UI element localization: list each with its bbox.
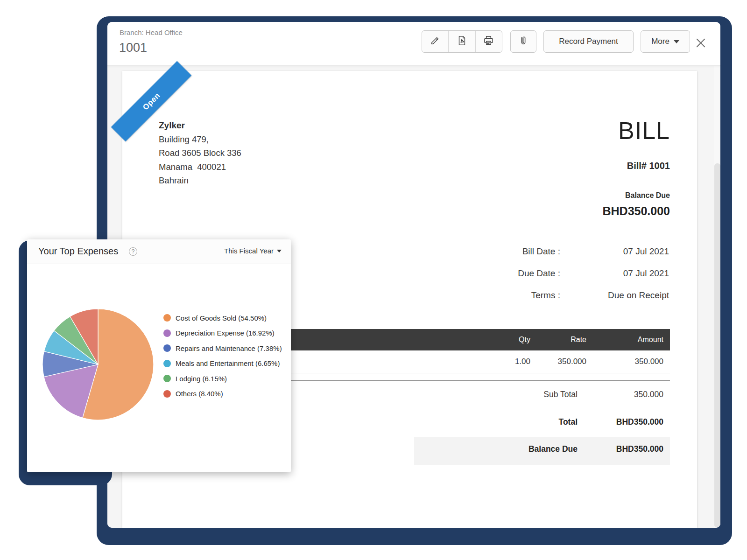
rate-column-header: Rate bbox=[530, 336, 586, 344]
pencil-icon bbox=[430, 35, 440, 48]
pdf-icon bbox=[457, 35, 467, 48]
pie-legend: Cost of Goods Sold (54.50%) Depreciation… bbox=[163, 313, 282, 399]
more-label: More bbox=[651, 37, 669, 46]
sub-total-value: 350.000 bbox=[634, 390, 663, 399]
legend-swatch bbox=[163, 390, 171, 398]
balance-row-value: BHD350.000 bbox=[616, 444, 663, 454]
amount-column-header: Amount bbox=[586, 336, 663, 344]
rate-cell: 350.000 bbox=[530, 357, 586, 366]
print-button[interactable] bbox=[475, 31, 502, 52]
balance-due-row: Balance Due BHD350.000 bbox=[414, 437, 670, 465]
chevron-down-icon bbox=[674, 40, 679, 43]
record-payment-label: Record Payment bbox=[559, 37, 618, 46]
due-date-value: 07 Jul 2021 bbox=[623, 268, 669, 279]
page: { "theme": { "panel": "#223c63", "ribbon… bbox=[0, 0, 747, 560]
balance-due-label: Balance Due bbox=[625, 191, 670, 200]
terms-label: Terms : bbox=[531, 290, 560, 301]
vendor-name: Zylker bbox=[159, 120, 185, 130]
printer-icon bbox=[483, 35, 494, 48]
edit-button[interactable] bbox=[422, 31, 448, 52]
legend-swatch bbox=[163, 329, 171, 337]
vendor-address: Building 479, Road 3605 Block 336 Manama… bbox=[159, 134, 241, 186]
close-button[interactable] bbox=[694, 36, 707, 49]
legend-item[interactable]: Cost of Goods Sold (54.50%) bbox=[163, 313, 282, 322]
export-pdf-button[interactable] bbox=[448, 31, 475, 52]
terms-row: Terms : Due on Receipt bbox=[309, 290, 669, 303]
qty-cell: 1.00 bbox=[474, 357, 530, 366]
due-date-row: Due Date : 07 Jul 2021 bbox=[309, 268, 669, 281]
total-label: Total bbox=[558, 417, 578, 427]
balance-row-label: Balance Due bbox=[529, 444, 578, 454]
more-button[interactable]: More bbox=[641, 30, 690, 53]
legend-swatch bbox=[163, 360, 171, 367]
bill-number: Bill# 1001 bbox=[627, 161, 670, 171]
legend-swatch bbox=[163, 375, 171, 382]
window-header: Branch: Head Office 1001 bbox=[107, 22, 720, 66]
legend-label: Cost of Goods Sold (54.50%) bbox=[176, 314, 267, 322]
bill-date-label: Bill Date : bbox=[522, 246, 560, 257]
paperclip-icon bbox=[518, 35, 529, 48]
widget-title: Your Top Expenses bbox=[38, 246, 118, 257]
total-value: BHD350.000 bbox=[616, 417, 663, 427]
terms-value: Due on Receipt bbox=[608, 290, 669, 301]
legend-item[interactable]: Others (8.40%) bbox=[163, 389, 282, 399]
balance-due-amount: BHD350.000 bbox=[602, 204, 670, 218]
legend-label: Repairs and Maintenance (7.38%) bbox=[176, 344, 282, 352]
amount-cell: 350.000 bbox=[586, 357, 663, 366]
legend-label: Others (8.40%) bbox=[176, 390, 223, 398]
record-payment-button[interactable]: Record Payment bbox=[543, 30, 634, 53]
vendor-address-block: Zylker Building 479, Road 3605 Block 336… bbox=[159, 119, 241, 188]
close-icon bbox=[694, 43, 707, 51]
bill-date-value: 07 Jul 2021 bbox=[623, 246, 669, 257]
chevron-down-icon bbox=[277, 250, 282, 252]
help-glyph: ? bbox=[132, 248, 135, 255]
legend-label: Depreciation Expense (16.92%) bbox=[176, 329, 275, 337]
legend-item[interactable]: Meals and Entertainment (6.65%) bbox=[163, 359, 282, 368]
qty-column-header: Qty bbox=[474, 336, 530, 344]
widget-header: Your Top Expenses ? This Fiscal Year bbox=[27, 239, 291, 264]
legend-label: Meals and Entertainment (6.65%) bbox=[176, 359, 280, 367]
attachments-button[interactable] bbox=[510, 30, 536, 53]
period-label: This Fiscal Year bbox=[224, 247, 274, 255]
legend-swatch bbox=[163, 314, 171, 322]
scrollbar-thumb[interactable] bbox=[714, 163, 720, 528]
legend-item[interactable]: Depreciation Expense (16.92%) bbox=[163, 329, 282, 338]
document-action-group bbox=[422, 30, 502, 53]
legend-label: Lodging (6.15%) bbox=[176, 375, 227, 383]
period-selector[interactable]: This Fiscal Year bbox=[224, 247, 282, 255]
bill-date-row: Bill Date : 07 Jul 2021 bbox=[309, 246, 669, 259]
document-title: BILL bbox=[618, 118, 670, 144]
sub-total-label: Sub Total bbox=[543, 390, 578, 399]
help-icon[interactable]: ? bbox=[129, 247, 137, 256]
due-date-label: Due Date : bbox=[518, 268, 560, 279]
legend-item[interactable]: Repairs and Maintenance (7.38%) bbox=[163, 343, 282, 353]
legend-swatch bbox=[163, 344, 171, 352]
bill-number-title: 1001 bbox=[119, 41, 147, 55]
branch-label: Branch: Head Office bbox=[120, 28, 183, 36]
expenses-pie-chart[interactable] bbox=[38, 304, 158, 425]
top-expenses-widget: Your Top Expenses ? This Fiscal Year Cos… bbox=[27, 239, 291, 472]
legend-item[interactable]: Lodging (6.15%) bbox=[163, 374, 282, 383]
